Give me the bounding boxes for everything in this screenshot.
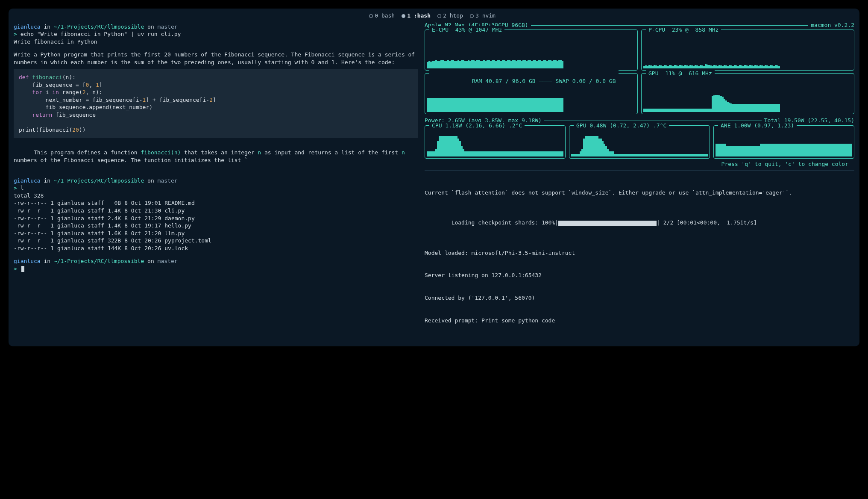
graph-pcpu: P-CPU 23% @ 858 MHz <box>641 30 854 71</box>
command-line: > echo "Write fibonacci in Python" | uv … <box>14 30 418 38</box>
pane-shell[interactable]: gianluca in ~/1-Projects/RC/llmpossible … <box>14 21 421 346</box>
pane-macmon[interactable]: Apple M2 Max (4E+8P+38GPU 96GB) macmon v… <box>425 21 854 168</box>
tmux-tab-htop[interactable]: 2 htop <box>437 12 463 19</box>
graph-ram: RAM 40.87 / 96.0 GB ──── SWAP 0.00 / 0.0… <box>425 73 638 114</box>
code-block: def fibonacci(n): fib_sequence = [0, 1] … <box>14 69 418 138</box>
graph-cpu-power: CPU 1.18W (2.16, 6.66) .2°C <box>425 125 566 159</box>
tmux-tab-nvim-[interactable]: 3 nvim- <box>470 12 499 19</box>
log-line: Received prompt: Print some python code <box>425 317 854 325</box>
tab-indicator-icon <box>470 14 474 18</box>
log-line: Connected by ('127.0.0.1', 56070) <box>425 294 854 302</box>
prompt-line: gianluca in ~/1-Projects/RC/llmpossible … <box>14 23 418 31</box>
echo-output: Write fibonacci in Python <box>14 38 418 46</box>
tab-indicator-icon <box>437 14 441 18</box>
log-line: Current `flash-attention` does not suppo… <box>425 189 854 197</box>
command-1: echo "Write fibonacci in Python" | uv ru… <box>21 31 181 37</box>
prompt-path: ~/1-Projects/RC/llmpossible <box>54 24 144 30</box>
command-line-active[interactable]: > <box>14 265 418 273</box>
tab-indicator-icon <box>369 14 373 18</box>
list-item: -rw-r--r--1gianlucastaff2.4K8 Oct 21:29d… <box>14 215 215 222</box>
command-line: > l <box>14 184 418 192</box>
list-item: -rw-r--r--1gianlucastaff1.6K8 Oct 21:20l… <box>14 230 215 237</box>
tmux-tab-bash[interactable]: 0 bash <box>369 12 395 19</box>
ls-total: total 328 <box>14 192 418 200</box>
list-item: -rw-r--r--1gianlucastaff322B8 Oct 20:26p… <box>14 237 215 245</box>
list-item: -rw-r--r--1gianlucastaff1.4K8 Oct 19:17h… <box>14 222 215 230</box>
graph-gpu: GPU 11% @ 616 MHz <box>641 73 854 114</box>
log-line: Server listening on 127.0.0.1:65432 <box>425 272 854 279</box>
log-progress: Loading checkpoint shards: 100%|| 2/2 [0… <box>425 212 854 234</box>
progress-bar-icon <box>558 221 657 226</box>
prompt-line: gianluca in ~/1-Projects/RC/llmpossible … <box>14 257 418 265</box>
git-branch: master <box>158 24 178 30</box>
tab-indicator-icon <box>402 14 405 18</box>
log-line: Model loaded: microsoft/Phi-3.5-mini-ins… <box>425 249 854 257</box>
graph-ecpu: E-CPU 43% @ 1047 MHz <box>425 30 638 71</box>
list-item: -rw-r--r--1gianlucastaff1.4K8 Oct 21:30c… <box>14 207 215 215</box>
macmon-hint: Press 'q' to quit, 'c' to change color <box>425 160 854 168</box>
llm-description-2: This program defines a function fibonacc… <box>14 142 418 171</box>
cursor-icon <box>21 266 24 272</box>
graph-ane-power: ANE 1.00W (0.97, 1.23) <box>713 125 854 159</box>
prompt-user: gianluca <box>14 24 41 30</box>
pane-server-log[interactable]: Current `flash-attention` does not suppo… <box>425 170 854 346</box>
prompt-line: gianluca in ~/1-Projects/RC/llmpossible … <box>14 177 418 185</box>
list-item: -rw-r--r--1gianlucastaff0B8 Oct 19:01REA… <box>14 199 215 207</box>
tmux-tab-bash[interactable]: 1 :bash <box>402 12 431 19</box>
graph-gpu-power: GPU 0.48W (0.72, 2.47) .7°C <box>569 125 710 159</box>
command-2: l <box>21 185 24 191</box>
tmux-window: 0 bash1 :bash2 htop3 nvim- gianluca in ~… <box>9 9 859 346</box>
llm-description-1: Write a Python program that prints the f… <box>14 51 418 66</box>
tmux-tabbar: 0 bash1 :bash2 htop3 nvim- <box>14 12 854 21</box>
pane-right-column: Apple M2 Max (4E+8P+38GPU 96GB) macmon v… <box>421 21 854 346</box>
ls-listing: -rw-r--r--1gianlucastaff0B8 Oct 19:01REA… <box>14 199 215 252</box>
list-item: -rw-r--r--1gianlucastaff144K8 Oct 20:26u… <box>14 245 215 252</box>
